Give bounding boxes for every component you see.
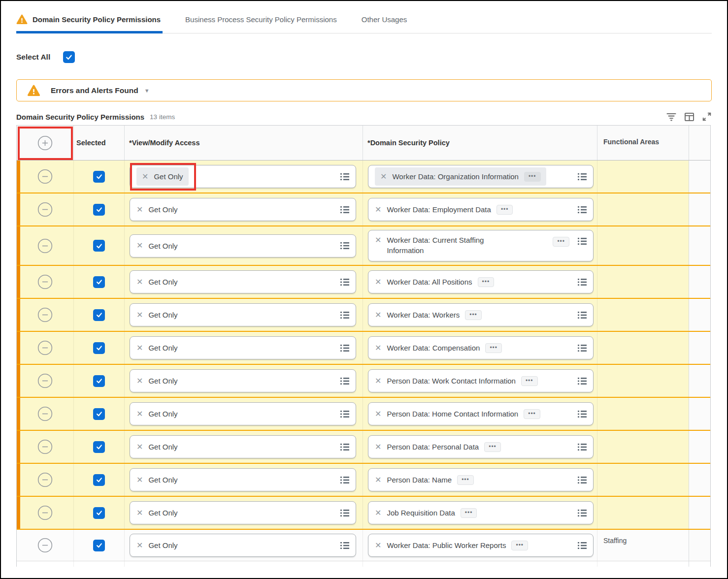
remove-tag-icon[interactable]: ✕ [375,509,381,517]
minus-circle-icon[interactable] [37,202,53,217]
domain-security-policy-field[interactable]: ✕ Person Data: Name ••• [368,468,594,491]
filter-button[interactable] [666,112,677,121]
list-prompt-icon[interactable] [577,310,588,320]
related-actions-button[interactable]: ••• [511,541,528,550]
minus-circle-icon[interactable] [37,538,53,553]
remove-tag-icon[interactable]: ✕ [375,476,381,484]
list-prompt-icon[interactable] [339,277,350,287]
list-prompt-icon[interactable] [339,541,350,550]
plus-circle-icon[interactable] [37,135,53,151]
minus-circle-icon[interactable] [37,169,53,184]
list-prompt-icon[interactable] [577,541,588,550]
minus-circle-icon[interactable] [37,472,53,487]
list-prompt-icon[interactable] [577,409,588,419]
view-modify-access-field[interactable]: ✕ Get Only [130,336,356,359]
remove-tag-icon[interactable]: ✕ [375,542,381,549]
errors-and-alerts-banner[interactable]: Errors and Alerts Found ▼ [16,79,712,101]
remove-tag-icon[interactable]: ✕ [375,278,381,286]
row-checkbox[interactable] [93,540,105,551]
minus-circle-icon[interactable] [37,439,53,454]
list-prompt-icon[interactable] [577,442,588,452]
remove-tag-icon[interactable]: ✕ [136,443,143,451]
domain-security-policy-field[interactable]: ✕ Worker Data: Employment Data ••• [368,198,594,221]
domain-security-policy-field[interactable]: ✕ Worker Data: Public Worker Reports ••• [368,534,594,557]
row-checkbox[interactable] [93,171,105,183]
minus-circle-icon[interactable] [37,406,53,421]
row-checkbox[interactable] [93,474,105,486]
related-actions-button[interactable]: ••• [478,277,495,287]
related-actions-button[interactable]: ••• [521,376,538,386]
view-modify-access-field[interactable]: ✕ Get Only [130,402,356,425]
domain-security-policy-field[interactable]: ✕ Worker Data: Organization Information … [368,165,594,188]
row-checkbox[interactable] [93,408,105,420]
list-prompt-icon[interactable] [577,205,588,215]
remove-tag-icon[interactable]: ✕ [375,443,381,451]
tab-domain-security-policy-permissions[interactable]: Domain Security Policy Permissions [16,14,161,33]
domain-security-policy-field[interactable]: ✕ Job Requisition Data ••• [368,501,594,524]
related-actions-button[interactable]: ••• [461,508,477,518]
remove-tag-icon[interactable]: ✕ [136,278,143,286]
remove-tag-icon[interactable]: ✕ [375,311,381,319]
list-prompt-icon[interactable] [339,376,350,386]
row-checkbox[interactable] [93,204,105,216]
view-modify-access-field[interactable]: ✕ Get Only [130,270,356,293]
row-checkbox[interactable] [93,276,105,288]
remove-tag-icon[interactable]: ✕ [136,242,143,250]
view-modify-access-field[interactable]: ✕ Get Only [130,165,356,188]
list-prompt-icon[interactable] [339,475,350,485]
remove-tag-icon[interactable]: ✕ [136,344,143,352]
remove-tag-icon[interactable]: ✕ [380,173,387,181]
domain-security-policy-field[interactable]: ✕ Person Data: Home Contact Information … [368,402,594,425]
remove-tag-icon[interactable]: ✕ [375,206,381,214]
remove-tag-icon[interactable]: ✕ [375,236,381,244]
remove-tag-icon[interactable]: ✕ [136,377,143,385]
minus-circle-icon[interactable] [37,505,53,520]
column-settings-button[interactable] [684,112,695,122]
minus-circle-icon[interactable] [37,340,53,355]
related-actions-button[interactable]: ••• [524,172,541,182]
minus-circle-icon[interactable] [37,373,53,388]
minus-circle-icon[interactable] [37,274,53,290]
remove-tag-icon[interactable]: ✕ [375,410,381,418]
remove-tag-icon[interactable]: ✕ [136,311,143,319]
view-modify-access-field[interactable]: ✕ Get Only [130,303,356,326]
related-actions-button[interactable]: ••• [485,343,502,353]
tab-business-process-security-policy-permissions[interactable]: Business Process Security Policy Permiss… [185,14,337,33]
row-checkbox[interactable] [93,375,105,387]
row-checkbox[interactable] [93,342,105,354]
list-prompt-icon[interactable] [577,343,588,353]
row-checkbox[interactable] [93,507,105,519]
list-prompt-icon[interactable] [339,409,350,419]
domain-security-policy-field[interactable]: ✕ Worker Data: Workers ••• [368,303,594,326]
related-actions-button[interactable]: ••• [553,237,569,247]
view-modify-access-field[interactable]: ✕ Get Only [130,435,356,458]
remove-tag-icon[interactable]: ✕ [136,542,143,549]
remove-tag-icon[interactable]: ✕ [142,173,148,181]
domain-security-policy-field[interactable]: ✕ Worker Data: Compensation ••• [368,336,594,359]
list-prompt-icon[interactable] [339,310,350,320]
related-actions-button[interactable]: ••• [457,475,474,485]
related-actions-button[interactable]: ••• [484,442,501,452]
remove-tag-icon[interactable]: ✕ [136,509,143,517]
list-prompt-icon[interactable] [339,205,350,215]
view-modify-access-field[interactable]: ✕ Get Only [130,369,356,392]
domain-security-policy-field[interactable]: ✕ Worker Data: Current Staffing Informat… [368,230,594,261]
view-modify-access-field[interactable]: ✕ Get Only [130,501,356,524]
row-checkbox[interactable] [93,441,105,453]
list-prompt-icon[interactable] [577,236,588,246]
list-prompt-icon[interactable] [339,343,350,353]
list-prompt-icon[interactable] [577,376,588,386]
domain-security-policy-field[interactable]: ✕ Person Data: Personal Data ••• [368,435,594,458]
view-modify-access-field[interactable]: ✕ Get Only [130,234,356,257]
list-prompt-icon[interactable] [577,508,588,518]
view-modify-access-field[interactable]: ✕ Get Only [130,198,356,221]
related-actions-button[interactable]: ••• [496,205,513,215]
row-checkbox[interactable] [93,309,105,321]
list-prompt-icon[interactable] [339,508,350,518]
related-actions-button[interactable]: ••• [524,409,540,419]
list-prompt-icon[interactable] [577,277,588,287]
tab-other-usages[interactable]: Other Usages [362,14,407,33]
chevron-down-icon[interactable]: ▼ [144,88,150,94]
domain-security-policy-field[interactable]: ✕ Worker Data: All Positions ••• [368,270,594,293]
minus-circle-icon[interactable] [37,238,53,254]
